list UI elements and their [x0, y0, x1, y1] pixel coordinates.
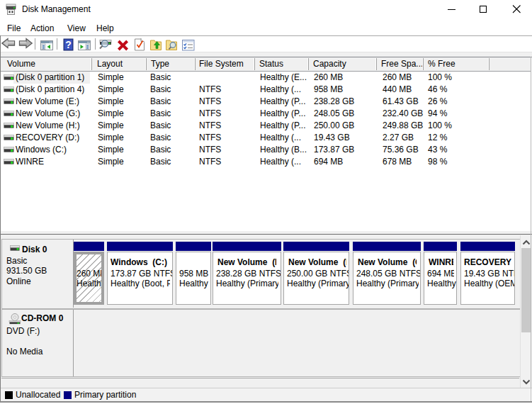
- svg-text:?: ?: [65, 39, 72, 50]
